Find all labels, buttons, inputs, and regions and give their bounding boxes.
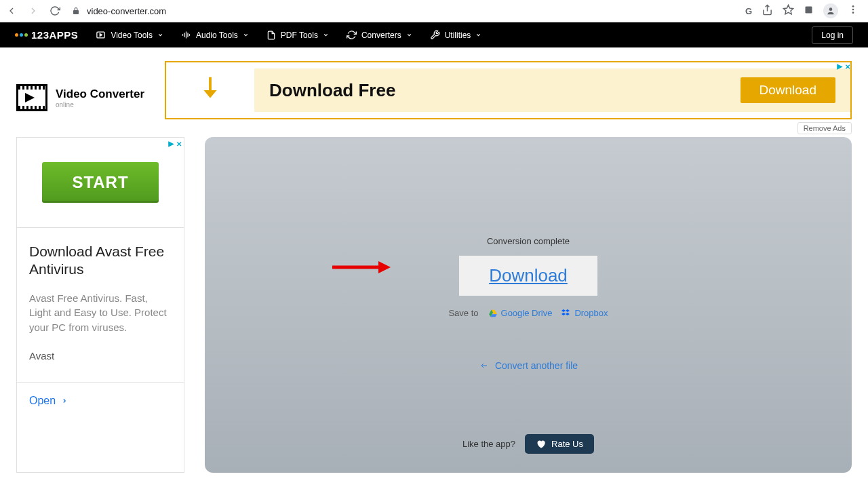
site-navbar: 123APPS Video Tools Audio Tools PDF Tool…: [0, 22, 868, 47]
status-text: Conversion complete: [487, 236, 570, 246]
svg-point-3: [829, 7, 833, 11]
chevron-down-icon: [475, 32, 481, 38]
ad-start-button[interactable]: START: [42, 162, 158, 203]
star-icon[interactable]: [783, 4, 794, 18]
lock-icon: [72, 7, 80, 15]
nav-pdf-tools[interactable]: PDF Tools: [267, 31, 329, 40]
app-header: Video Converter online: [16, 61, 144, 119]
document-icon: [267, 31, 276, 40]
arrow-left-icon: [479, 362, 490, 370]
back-icon[interactable]: [5, 5, 18, 17]
login-button[interactable]: Log in: [812, 26, 853, 44]
dropbox-icon: [561, 309, 571, 318]
tools-icon: [430, 30, 440, 40]
extensions-icon[interactable]: [804, 5, 814, 18]
svg-point-6: [852, 12, 854, 14]
svg-marker-21: [378, 261, 391, 273]
chevron-down-icon: [323, 32, 329, 38]
adchoices-icon: [167, 140, 176, 149]
convert-another-link[interactable]: Convert another file: [479, 360, 578, 371]
brand-text: 123APPS: [31, 29, 78, 41]
menu-icon[interactable]: [848, 4, 859, 18]
sidebar-ad: ✕ START Download Avast Free Antivirus Av…: [16, 137, 184, 473]
audio-icon: [181, 30, 191, 40]
save-google-drive[interactable]: Google Drive: [488, 308, 553, 318]
url-text: video-converter.com: [87, 6, 166, 16]
adchoices-badge[interactable]: ✕: [835, 62, 850, 71]
profile-icon[interactable]: [823, 3, 838, 18]
google-drive-icon: [488, 309, 498, 318]
google-icon[interactable]: G: [745, 6, 752, 16]
nav-video-tools[interactable]: Video Tools: [96, 30, 163, 40]
ad-close-icon[interactable]: ✕: [176, 140, 182, 148]
forward-icon[interactable]: [27, 5, 39, 17]
app-title: Video Converter: [56, 87, 144, 101]
address-bar[interactable]: video-converter.com: [72, 6, 745, 16]
svg-point-4: [852, 5, 854, 7]
brand-logo[interactable]: 123APPS: [15, 29, 78, 41]
banner-cta-button[interactable]: Download: [741, 77, 836, 103]
chevron-down-icon: [243, 32, 249, 38]
remove-ads-button[interactable]: Remove Ads: [797, 122, 852, 134]
ad-close-icon[interactable]: ✕: [845, 63, 850, 71]
save-dropbox[interactable]: Dropbox: [561, 308, 608, 318]
download-link-text: Download: [489, 265, 568, 286]
chevron-down-icon: [157, 32, 163, 38]
ad-brand-text: Avast: [29, 350, 172, 362]
browser-toolbar: video-converter.com G: [0, 0, 868, 22]
play-icon: [96, 30, 106, 40]
nav-audio-tools[interactable]: Audio Tools: [181, 30, 249, 40]
app-logo-icon: [16, 84, 47, 111]
heart-icon: [536, 439, 546, 449]
convert-icon: [347, 30, 357, 40]
adchoices-icon: [835, 62, 844, 71]
ad-heading: Download Avast Free Antivirus: [29, 243, 172, 279]
download-button[interactable]: Download: [459, 256, 597, 296]
reload-icon[interactable]: [49, 5, 61, 17]
download-arrow-icon: [195, 71, 226, 109]
svg-marker-8: [100, 34, 102, 37]
banner-ad[interactable]: Download Free Download: [165, 61, 852, 119]
save-to-label: Save to: [448, 308, 478, 318]
nav-converters[interactable]: Converters: [347, 30, 412, 40]
ad-body-text: Avast Free Antivirus. Fast, Light and Ea…: [29, 291, 172, 335]
brand-dots-icon: [15, 33, 28, 37]
ad-open-button[interactable]: Open: [29, 395, 172, 407]
app-subtitle: online: [56, 101, 144, 109]
svg-marker-15: [168, 141, 174, 147]
chevron-down-icon: [406, 32, 412, 38]
svg-marker-14: [837, 64, 843, 70]
converter-panel: Conversion complete Download Save to Goo…: [205, 137, 852, 473]
chevron-right-icon: [61, 397, 68, 404]
like-label: Like the app?: [462, 439, 515, 449]
adchoices-badge[interactable]: ✕: [167, 140, 182, 149]
annotation-arrow-icon: [331, 259, 392, 275]
svg-rect-2: [806, 6, 812, 13]
svg-point-5: [852, 9, 854, 11]
share-icon[interactable]: [762, 4, 773, 18]
nav-utilities[interactable]: Utilities: [430, 30, 482, 40]
rate-us-button[interactable]: Rate Us: [525, 434, 594, 454]
banner-headline: Download Free: [269, 80, 395, 101]
svg-marker-1: [783, 5, 793, 14]
